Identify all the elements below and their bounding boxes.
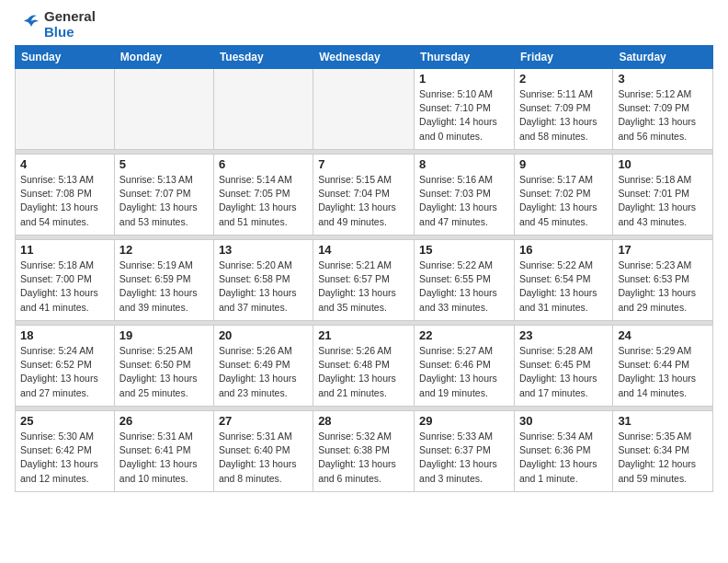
day-info: Sunrise: 5:14 AMSunset: 7:05 PMDaylight:… xyxy=(219,173,308,229)
weekday-header-wednesday: Wednesday xyxy=(313,46,415,69)
day-info: Sunrise: 5:19 AMSunset: 6:59 PMDaylight:… xyxy=(119,259,209,315)
calendar-cell: 14Sunrise: 5:21 AMSunset: 6:57 PMDayligh… xyxy=(313,240,415,321)
calendar-cell: 8Sunrise: 5:16 AMSunset: 7:03 PMDaylight… xyxy=(415,155,515,236)
day-number: 29 xyxy=(419,414,509,428)
week-row-3: 18Sunrise: 5:24 AMSunset: 6:52 PMDayligh… xyxy=(16,326,713,407)
calendar-cell: 19Sunrise: 5:25 AMSunset: 6:50 PMDayligh… xyxy=(114,326,213,407)
logo: General Blue xyxy=(15,9,96,40)
header: General Blue xyxy=(15,9,713,40)
calendar-cell xyxy=(114,69,213,150)
weekday-header-monday: Monday xyxy=(114,46,213,69)
calendar-page: General Blue SundayMondayTuesdayWednesda… xyxy=(0,0,728,501)
day-number: 14 xyxy=(318,243,409,257)
calendar-table: SundayMondayTuesdayWednesdayThursdayFrid… xyxy=(15,45,713,492)
day-number: 20 xyxy=(219,328,308,342)
calendar-cell: 5Sunrise: 5:13 AMSunset: 7:07 PMDaylight… xyxy=(114,155,213,236)
calendar-cell: 4Sunrise: 5:13 AMSunset: 7:08 PMDaylight… xyxy=(16,155,115,236)
day-number: 31 xyxy=(618,414,708,428)
day-info: Sunrise: 5:25 AMSunset: 6:50 PMDaylight:… xyxy=(119,344,209,400)
weekday-header-row: SundayMondayTuesdayWednesdayThursdayFrid… xyxy=(16,46,713,69)
day-info: Sunrise: 5:35 AMSunset: 6:34 PMDaylight:… xyxy=(618,430,708,486)
logo-general: General xyxy=(44,9,96,25)
week-row-2: 11Sunrise: 5:18 AMSunset: 7:00 PMDayligh… xyxy=(16,240,713,321)
day-number: 17 xyxy=(618,243,708,257)
day-info: Sunrise: 5:21 AMSunset: 6:57 PMDaylight:… xyxy=(318,259,409,315)
calendar-cell: 6Sunrise: 5:14 AMSunset: 7:05 PMDaylight… xyxy=(213,155,313,236)
day-number: 1 xyxy=(419,72,509,86)
day-number: 24 xyxy=(618,328,708,342)
day-info: Sunrise: 5:11 AMSunset: 7:09 PMDaylight:… xyxy=(519,87,608,144)
day-number: 3 xyxy=(618,72,708,86)
week-row-1: 4Sunrise: 5:13 AMSunset: 7:08 PMDaylight… xyxy=(16,155,713,236)
day-info: Sunrise: 5:29 AMSunset: 6:44 PMDaylight:… xyxy=(618,344,708,400)
calendar-cell: 29Sunrise: 5:33 AMSunset: 6:37 PMDayligh… xyxy=(415,411,515,492)
calendar-cell: 24Sunrise: 5:29 AMSunset: 6:44 PMDayligh… xyxy=(613,326,713,407)
week-row-4: 25Sunrise: 5:30 AMSunset: 6:42 PMDayligh… xyxy=(16,411,713,492)
logo-bird-icon xyxy=(15,12,40,38)
weekday-header-saturday: Saturday xyxy=(613,46,713,69)
calendar-cell: 10Sunrise: 5:18 AMSunset: 7:01 PMDayligh… xyxy=(613,155,713,236)
day-info: Sunrise: 5:17 AMSunset: 7:02 PMDaylight:… xyxy=(519,173,608,229)
day-number: 27 xyxy=(219,414,308,428)
logo-blue: Blue xyxy=(44,25,96,40)
weekday-header-friday: Friday xyxy=(514,46,612,69)
day-info: Sunrise: 5:28 AMSunset: 6:45 PMDaylight:… xyxy=(519,344,608,400)
day-info: Sunrise: 5:26 AMSunset: 6:49 PMDaylight:… xyxy=(219,344,308,400)
day-info: Sunrise: 5:30 AMSunset: 6:42 PMDaylight:… xyxy=(20,430,109,486)
calendar-cell xyxy=(213,69,313,150)
day-number: 26 xyxy=(119,414,209,428)
calendar-cell: 11Sunrise: 5:18 AMSunset: 7:00 PMDayligh… xyxy=(16,240,115,321)
day-info: Sunrise: 5:22 AMSunset: 6:55 PMDaylight:… xyxy=(419,259,509,315)
calendar-cell: 7Sunrise: 5:15 AMSunset: 7:04 PMDaylight… xyxy=(313,155,415,236)
calendar-cell: 3Sunrise: 5:12 AMSunset: 7:09 PMDaylight… xyxy=(613,69,713,150)
day-number: 11 xyxy=(20,243,109,257)
calendar-cell: 28Sunrise: 5:32 AMSunset: 6:38 PMDayligh… xyxy=(313,411,415,492)
day-info: Sunrise: 5:26 AMSunset: 6:48 PMDaylight:… xyxy=(318,344,409,400)
day-number: 13 xyxy=(219,243,308,257)
calendar-cell: 13Sunrise: 5:20 AMSunset: 6:58 PMDayligh… xyxy=(213,240,313,321)
day-info: Sunrise: 5:32 AMSunset: 6:38 PMDaylight:… xyxy=(318,430,409,486)
calendar-cell: 16Sunrise: 5:22 AMSunset: 6:54 PMDayligh… xyxy=(514,240,612,321)
day-number: 21 xyxy=(318,328,409,342)
day-info: Sunrise: 5:23 AMSunset: 6:53 PMDaylight:… xyxy=(618,259,708,315)
day-number: 25 xyxy=(20,414,109,428)
calendar-cell: 31Sunrise: 5:35 AMSunset: 6:34 PMDayligh… xyxy=(613,411,713,492)
day-info: Sunrise: 5:13 AMSunset: 7:07 PMDaylight:… xyxy=(119,173,209,229)
day-info: Sunrise: 5:31 AMSunset: 6:40 PMDaylight:… xyxy=(219,430,308,486)
day-number: 28 xyxy=(318,414,409,428)
day-number: 8 xyxy=(419,157,509,171)
day-number: 19 xyxy=(119,328,209,342)
day-number: 4 xyxy=(20,157,109,171)
day-info: Sunrise: 5:12 AMSunset: 7:09 PMDaylight:… xyxy=(618,87,708,144)
calendar-cell: 26Sunrise: 5:31 AMSunset: 6:41 PMDayligh… xyxy=(114,411,213,492)
day-number: 15 xyxy=(419,243,509,257)
calendar-cell: 25Sunrise: 5:30 AMSunset: 6:42 PMDayligh… xyxy=(16,411,115,492)
calendar-cell: 22Sunrise: 5:27 AMSunset: 6:46 PMDayligh… xyxy=(415,326,515,407)
day-info: Sunrise: 5:16 AMSunset: 7:03 PMDaylight:… xyxy=(419,173,509,229)
weekday-header-tuesday: Tuesday xyxy=(213,46,313,69)
day-number: 23 xyxy=(519,328,608,342)
day-number: 10 xyxy=(618,157,708,171)
day-info: Sunrise: 5:22 AMSunset: 6:54 PMDaylight:… xyxy=(519,259,608,315)
week-row-0: 1Sunrise: 5:10 AMSunset: 7:10 PMDaylight… xyxy=(16,69,713,150)
day-info: Sunrise: 5:24 AMSunset: 6:52 PMDaylight:… xyxy=(20,344,109,400)
day-number: 5 xyxy=(119,157,209,171)
weekday-header-sunday: Sunday xyxy=(16,46,115,69)
calendar-cell: 12Sunrise: 5:19 AMSunset: 6:59 PMDayligh… xyxy=(114,240,213,321)
calendar-cell: 27Sunrise: 5:31 AMSunset: 6:40 PMDayligh… xyxy=(213,411,313,492)
calendar-cell: 15Sunrise: 5:22 AMSunset: 6:55 PMDayligh… xyxy=(415,240,515,321)
calendar-cell: 20Sunrise: 5:26 AMSunset: 6:49 PMDayligh… xyxy=(213,326,313,407)
day-info: Sunrise: 5:13 AMSunset: 7:08 PMDaylight:… xyxy=(20,173,109,229)
calendar-cell: 30Sunrise: 5:34 AMSunset: 6:36 PMDayligh… xyxy=(514,411,612,492)
logo-container: General Blue xyxy=(15,9,96,40)
calendar-cell: 17Sunrise: 5:23 AMSunset: 6:53 PMDayligh… xyxy=(613,240,713,321)
day-info: Sunrise: 5:20 AMSunset: 6:58 PMDaylight:… xyxy=(219,259,308,315)
calendar-cell: 21Sunrise: 5:26 AMSunset: 6:48 PMDayligh… xyxy=(313,326,415,407)
day-info: Sunrise: 5:33 AMSunset: 6:37 PMDaylight:… xyxy=(419,430,509,486)
day-number: 9 xyxy=(519,157,608,171)
calendar-cell xyxy=(313,69,415,150)
day-info: Sunrise: 5:18 AMSunset: 7:01 PMDaylight:… xyxy=(618,173,708,229)
calendar-cell: 2Sunrise: 5:11 AMSunset: 7:09 PMDaylight… xyxy=(514,69,612,150)
calendar-cell: 9Sunrise: 5:17 AMSunset: 7:02 PMDaylight… xyxy=(514,155,612,236)
day-info: Sunrise: 5:31 AMSunset: 6:41 PMDaylight:… xyxy=(119,430,209,486)
